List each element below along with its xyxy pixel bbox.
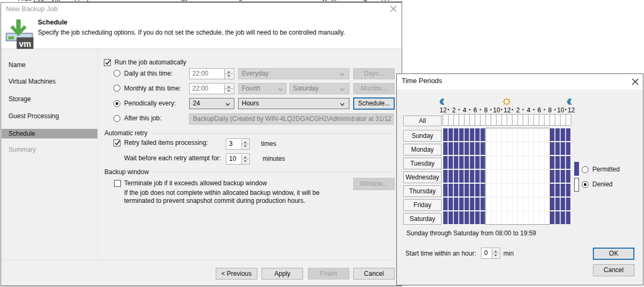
svg-text:vm: vm xyxy=(19,39,31,48)
